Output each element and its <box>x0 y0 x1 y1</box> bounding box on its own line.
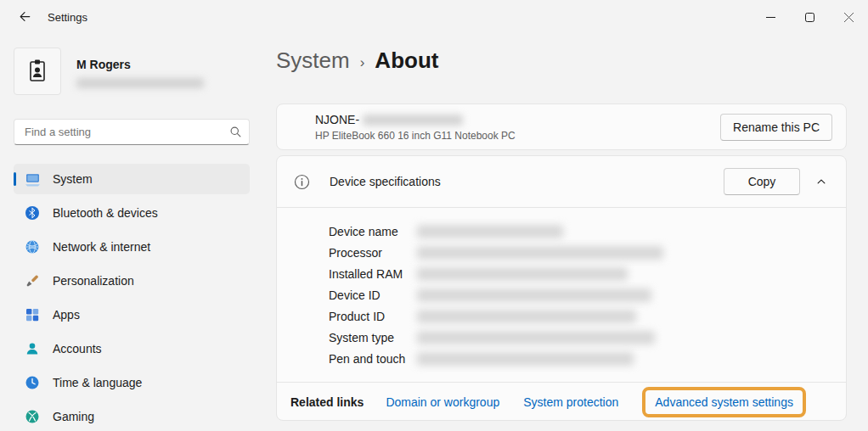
redacted-value <box>417 246 663 260</box>
sidebar-item-label: Personalization <box>53 274 134 288</box>
apps-icon <box>24 306 41 323</box>
redacted-value <box>417 310 636 323</box>
redacted-user-email <box>76 78 204 88</box>
device-specs-card: Device specifications Copy Device name P… <box>276 155 847 421</box>
info-icon <box>294 174 310 190</box>
sidebar-item-label: Gaming <box>53 410 94 423</box>
bluetooth-icon <box>24 204 41 221</box>
sidebar-item-personalization[interactable]: Personalization <box>14 266 250 296</box>
sidebar-item-label: System <box>53 172 93 186</box>
sidebar-item-label: Time & language <box>53 376 142 389</box>
redacted-pc-name <box>363 115 463 126</box>
sidebar-item-label: Bluetooth & devices <box>53 206 158 220</box>
time-language-icon <box>24 374 41 391</box>
collapse-expander-button[interactable] <box>807 168 836 195</box>
sidebar-item-accounts[interactable]: Accounts <box>14 333 250 364</box>
pc-name: NJONE- <box>315 113 359 126</box>
copy-button[interactable]: Copy <box>724 168 800 195</box>
link-system-protection[interactable]: System protection <box>523 395 618 409</box>
sidebar-item-time-language[interactable]: Time & language <box>14 367 250 398</box>
related-links-label: Related links <box>290 395 364 409</box>
spec-row: System type <box>329 327 846 348</box>
redacted-value <box>417 267 628 281</box>
search-box[interactable] <box>14 119 250 145</box>
spec-row: Device ID <box>329 284 846 305</box>
redacted-value <box>417 225 563 238</box>
spec-label: Device name <box>329 225 417 238</box>
device-specs-body: Device name Processor Installed RAM Devi… <box>277 208 846 382</box>
pc-model: HP EliteBook 660 16 inch G11 Notebook PC <box>315 130 516 142</box>
accounts-icon <box>24 340 41 357</box>
close-button[interactable] <box>829 0 868 34</box>
sidebar-item-network-internet[interactable]: Network & internet <box>14 232 250 262</box>
redacted-value <box>417 288 651 302</box>
spec-label: Product ID <box>329 310 417 323</box>
breadcrumb-system[interactable]: System <box>276 48 350 74</box>
advanced-settings-highlight: Advanced system settings <box>642 387 806 417</box>
close-icon <box>844 13 854 22</box>
spec-row: Pen and touch <box>329 348 846 369</box>
spec-row: Installed RAM <box>329 263 846 284</box>
spec-label: System type <box>329 331 417 344</box>
breadcrumb-separator-icon: › <box>360 51 365 71</box>
redacted-value <box>417 352 634 366</box>
titlebar: Settings <box>0 0 868 34</box>
main-content: System › About NJONE- HP EliteBook 660 1… <box>263 34 868 431</box>
personalization-icon <box>24 272 41 289</box>
minimize-icon <box>766 13 775 22</box>
spec-label: Pen and touch <box>329 352 417 366</box>
back-arrow-icon <box>18 10 31 24</box>
search-input[interactable] <box>25 126 229 138</box>
spec-row: Product ID <box>329 305 846 327</box>
sidebar: M Rogers System <box>0 34 263 431</box>
link-domain-or-workgroup[interactable]: Domain or workgroup <box>386 395 499 409</box>
breadcrumb: System › About <box>276 48 438 74</box>
user-name: M Rogers <box>76 58 204 71</box>
minimize-button[interactable] <box>751 0 790 34</box>
sidebar-item-label: Apps <box>53 308 80 322</box>
maximize-icon <box>805 13 814 22</box>
sidebar-item-apps[interactable]: Apps <box>14 299 250 330</box>
network-icon <box>24 238 41 255</box>
pc-name-card: NJONE- HP EliteBook 660 16 inch G11 Note… <box>276 104 847 150</box>
system-icon <box>24 171 41 188</box>
sidebar-nav: System Bluetooth & devices Network & <box>14 164 250 431</box>
rename-pc-button[interactable]: Rename this PC <box>720 114 832 141</box>
window-title: Settings <box>48 11 87 24</box>
maximize-button[interactable] <box>790 0 829 34</box>
chevron-up-icon <box>815 176 827 188</box>
search-icon <box>229 126 242 138</box>
sidebar-item-gaming[interactable]: Gaming <box>14 401 250 431</box>
related-links-row: Related links Domain or workgroup System… <box>277 383 846 421</box>
spec-row: Processor <box>329 242 846 263</box>
sidebar-item-label: Network & internet <box>53 240 150 254</box>
badge-icon <box>25 59 50 84</box>
back-button[interactable] <box>10 4 39 30</box>
device-specs-header[interactable]: Device specifications Copy <box>277 156 846 207</box>
sidebar-item-bluetooth-devices[interactable]: Bluetooth & devices <box>14 198 250 228</box>
device-specs-title: Device specifications <box>330 175 441 188</box>
sidebar-item-system[interactable]: System <box>14 164 250 194</box>
redacted-value <box>417 331 655 344</box>
link-advanced-system-settings[interactable]: Advanced system settings <box>655 395 793 409</box>
sidebar-item-label: Accounts <box>53 342 102 355</box>
spec-label: Device ID <box>329 288 417 302</box>
page-title: About <box>375 48 438 74</box>
spec-row: Device name <box>329 221 846 242</box>
spec-label: Installed RAM <box>329 267 417 281</box>
user-account[interactable]: M Rogers <box>14 48 250 95</box>
gaming-icon <box>24 408 41 425</box>
spec-label: Processor <box>329 246 417 260</box>
avatar <box>14 48 61 95</box>
